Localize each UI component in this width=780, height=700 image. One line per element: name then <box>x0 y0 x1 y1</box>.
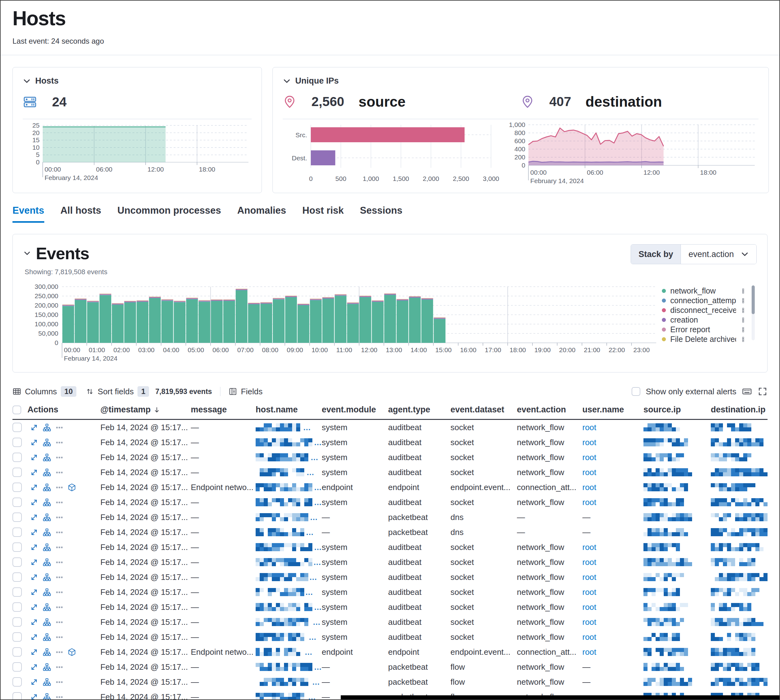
analyze-event-icon[interactable] <box>43 558 51 567</box>
column-header-agenttype[interactable]: agent.type <box>388 405 451 415</box>
row-checkbox[interactable] <box>12 423 22 432</box>
more-actions-icon[interactable] <box>55 648 63 656</box>
more-actions-icon[interactable] <box>55 693 63 700</box>
row-checkbox[interactable] <box>12 498 22 507</box>
row-checkbox[interactable] <box>12 453 22 462</box>
analyze-event-icon[interactable] <box>43 618 51 627</box>
legend-actions-kebab-icon[interactable] <box>740 337 746 342</box>
select-all-checkbox[interactable] <box>12 405 21 414</box>
user-name-cell[interactable]: root <box>582 557 644 567</box>
more-actions-icon[interactable] <box>55 573 63 581</box>
column-header-hostname[interactable]: host.name <box>256 405 322 415</box>
legend-actions-kebab-icon[interactable] <box>740 298 746 303</box>
tab-host-risk[interactable]: Host risk <box>303 205 344 223</box>
row-checkbox[interactable] <box>12 527 22 537</box>
host-name-cell[interactable]: … <box>256 498 322 506</box>
source-ip-cell[interactable] <box>644 558 711 566</box>
expand-event-icon[interactable] <box>30 678 38 686</box>
endpoint-event-icon[interactable] <box>68 648 76 656</box>
destination-ip-cell[interactable] <box>711 528 768 536</box>
expand-event-icon[interactable] <box>30 453 38 462</box>
tab-anomalies[interactable]: Anomalies <box>237 205 286 223</box>
external-alerts-checkbox[interactable] <box>632 387 640 396</box>
host-name-cell[interactable]: … <box>256 648 322 656</box>
host-name-cell[interactable]: … <box>256 573 322 581</box>
destination-ip-cell[interactable] <box>711 498 768 506</box>
destination-ip-cell[interactable] <box>711 663 768 671</box>
expand-event-icon[interactable] <box>30 573 38 582</box>
legend-item-connection-attempted[interactable]: connection_attempted <box>662 296 755 305</box>
analyze-event-icon[interactable] <box>43 513 51 522</box>
legend-item-network-flow[interactable]: network_flow <box>662 286 755 296</box>
column-header-destinationip[interactable]: destination.ip <box>711 405 768 415</box>
host-name-cell[interactable]: … <box>256 603 322 611</box>
more-actions-icon[interactable] <box>55 678 63 686</box>
user-name-cell[interactable]: root <box>582 453 644 462</box>
expand-event-icon[interactable] <box>30 543 38 552</box>
destination-ip-cell[interactable] <box>711 453 768 462</box>
user-name-cell[interactable]: root <box>582 647 644 657</box>
analyze-event-icon[interactable] <box>43 498 51 507</box>
host-name-cell[interactable]: … <box>256 423 322 432</box>
expand-event-icon[interactable] <box>30 423 38 432</box>
host-name-cell[interactable]: … <box>256 618 322 626</box>
user-name-cell[interactable]: root <box>582 602 644 612</box>
analyze-event-icon[interactable] <box>43 528 51 537</box>
column-header-eventmodule[interactable]: event.module <box>322 405 388 415</box>
more-actions-icon[interactable] <box>55 603 63 611</box>
column-header-timestamp[interactable]: @timestamp <box>100 405 191 415</box>
row-checkbox[interactable] <box>12 692 22 700</box>
user-name-cell[interactable]: root <box>582 572 644 582</box>
user-name-cell[interactable]: root <box>582 498 644 507</box>
more-actions-icon[interactable] <box>55 483 63 491</box>
source-ip-cell[interactable] <box>644 618 711 626</box>
column-header-message[interactable]: message <box>191 405 256 415</box>
analyze-event-icon[interactable] <box>43 648 51 656</box>
source-ip-cell[interactable] <box>644 453 711 462</box>
user-name-cell[interactable]: root <box>582 483 644 492</box>
analyze-event-icon[interactable] <box>43 468 51 477</box>
source-ip-cell[interactable] <box>644 543 711 551</box>
chevron-down-icon[interactable] <box>23 77 31 85</box>
column-header-username[interactable]: user.name <box>582 405 644 415</box>
row-checkbox[interactable] <box>12 602 22 612</box>
host-name-cell[interactable]: … <box>256 528 322 536</box>
user-name-cell[interactable]: root <box>582 632 644 642</box>
expand-event-icon[interactable] <box>30 498 38 507</box>
expand-event-icon[interactable] <box>30 618 38 627</box>
legend-scrollbar-thumb[interactable] <box>752 285 755 314</box>
user-name-cell[interactable]: root <box>582 542 644 552</box>
host-name-cell[interactable]: … <box>256 543 322 551</box>
host-name-cell[interactable]: … <box>256 633 322 641</box>
user-name-cell[interactable]: root <box>582 468 644 477</box>
source-ip-cell[interactable] <box>644 588 711 596</box>
more-actions-icon[interactable] <box>55 513 63 521</box>
user-name-cell[interactable]: root <box>582 438 644 447</box>
row-checkbox[interactable] <box>12 572 22 582</box>
more-actions-icon[interactable] <box>55 633 63 641</box>
stack-by-select[interactable]: Stack by event.action <box>631 244 757 264</box>
legend-actions-kebab-icon[interactable] <box>740 308 746 313</box>
destination-ip-cell[interactable] <box>711 513 768 521</box>
endpoint-event-icon[interactable] <box>68 483 76 492</box>
destination-ip-cell[interactable] <box>711 648 768 656</box>
analyze-event-icon[interactable] <box>43 573 51 582</box>
host-name-cell[interactable]: … <box>256 438 322 447</box>
expand-event-icon[interactable] <box>30 663 38 671</box>
destination-ip-cell[interactable] <box>711 633 768 641</box>
more-actions-icon[interactable] <box>55 498 63 506</box>
expand-event-icon[interactable] <box>30 528 38 537</box>
host-name-cell[interactable]: … <box>256 693 322 700</box>
analyze-event-icon[interactable] <box>43 453 51 462</box>
host-name-cell[interactable]: … <box>256 513 322 521</box>
expand-event-icon[interactable] <box>30 633 38 642</box>
expand-event-icon[interactable] <box>30 693 38 700</box>
fields-button[interactable]: Fields <box>228 387 263 397</box>
analyze-event-icon[interactable] <box>43 603 51 612</box>
row-checkbox[interactable] <box>12 483 22 492</box>
legend-actions-kebab-icon[interactable] <box>740 288 746 294</box>
analyze-event-icon[interactable] <box>43 543 51 552</box>
source-ip-cell[interactable] <box>644 678 711 686</box>
column-header-eventaction[interactable]: event.action <box>517 405 582 415</box>
more-actions-icon[interactable] <box>55 618 63 626</box>
